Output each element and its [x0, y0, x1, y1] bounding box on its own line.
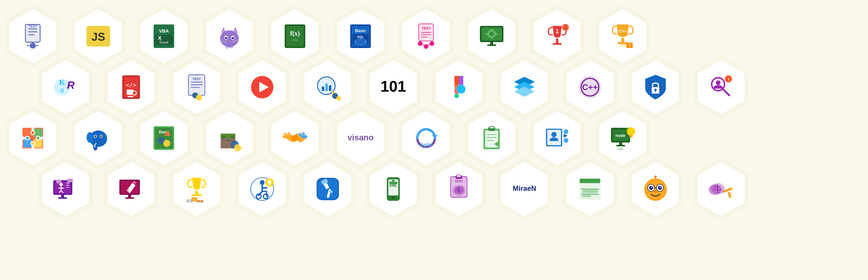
teaching-icon [51, 174, 80, 204]
svg-rect-157 [284, 133, 287, 137]
hex-cell-accessibility[interactable] [232, 159, 293, 220]
svg-point-24 [232, 37, 234, 39]
user-board-icon [542, 123, 572, 153]
svg-text:Excel: Excel [160, 40, 168, 45]
svg-point-184 [627, 128, 635, 136]
svg-text:MiraeN: MiraeN [513, 185, 536, 192]
svg-point-272 [654, 175, 657, 178]
hex-cell-archive-green[interactable] [559, 159, 620, 220]
svg-rect-257 [581, 188, 599, 190]
svg-rect-274 [727, 192, 732, 198]
svg-text:TEST: TEST [193, 77, 201, 81]
svg-point-100 [336, 96, 341, 101]
svg-point-131 [31, 142, 34, 145]
svg-marker-177 [564, 134, 567, 138]
svg-text:C++: C++ [582, 83, 598, 92]
hex-cell-xml-phone[interactable]: XML [363, 159, 424, 220]
play-red-icon [248, 73, 277, 102]
svg-rect-98 [329, 85, 331, 91]
svg-point-130 [31, 131, 34, 134]
svg-marker-164 [432, 135, 438, 138]
svg-rect-260 [582, 195, 591, 197]
svg-point-106 [457, 85, 465, 94]
svg-point-176 [551, 132, 557, 137]
svg-text:K: K [59, 78, 65, 86]
svg-rect-123 [34, 129, 42, 137]
svg-rect-230 [269, 185, 271, 186]
svg-rect-103 [455, 76, 459, 85]
test-pink-icon: TEST [411, 22, 441, 51]
svg-point-269 [654, 190, 657, 192]
hex-cell-trophy-gold[interactable]: 1 2 3 [166, 159, 227, 220]
svg-rect-186 [629, 137, 632, 138]
svg-point-23 [225, 37, 227, 39]
svg-point-139 [100, 135, 102, 137]
agile-icon: Agile [411, 123, 441, 153]
hex-cell-test-brain[interactable]: TEST [428, 159, 489, 220]
svg-point-67 [565, 27, 566, 28]
svg-text:QUIZ: QUIZ [225, 45, 233, 49]
python-test-icon: TEST [182, 73, 211, 102]
hex-cell-miraen[interactable]: MiraeN [494, 159, 555, 220]
svg-rect-185 [629, 135, 633, 137]
java-book-icon: </> [116, 73, 146, 102]
svg-text:2: 2 [188, 199, 190, 202]
cpp-trophy-icon: C++ 2nd 2 [608, 22, 638, 51]
svg-rect-203 [56, 179, 61, 183]
svg-point-178 [564, 129, 568, 134]
svg-rect-124 [23, 139, 31, 147]
svg-point-91 [197, 96, 200, 99]
svg-text:VBA: VBA [159, 28, 169, 33]
hex-cell-teaching[interactable] [35, 159, 96, 220]
brain-robot-icon [706, 174, 736, 204]
hex-cell-robot-face[interactable] [625, 159, 686, 220]
basic-python-icon: Basic [149, 123, 179, 153]
svg-rect-81 [127, 89, 133, 94]
xml-phone-icon: XML [379, 174, 408, 204]
svg-rect-256 [580, 179, 600, 183]
figma-icon [444, 73, 473, 102]
xcode-icon [313, 174, 342, 204]
svg-rect-152 [231, 136, 234, 139]
hex-cell-xcode[interactable] [297, 159, 358, 220]
sql-basic-icon: Basic SQL [346, 22, 375, 51]
svg-point-55 [489, 31, 494, 36]
svg-point-90 [194, 94, 197, 97]
svg-text:TEST: TEST [28, 24, 37, 28]
svg-rect-58 [486, 33, 488, 35]
svg-rect-259 [582, 190, 598, 193]
svg-point-195 [59, 183, 63, 187]
elephant-icon [84, 123, 113, 153]
archive-green-icon [575, 174, 604, 204]
lock-blue-icon [641, 73, 670, 102]
clipboard-green-icon [477, 123, 506, 153]
svg-text:visano: visano [347, 133, 373, 142]
svg-rect-96 [322, 86, 324, 91]
accessibility-icon [248, 174, 277, 204]
hex-cell-search-user[interactable]: 1 [690, 57, 752, 118]
svg-text:3: 3 [199, 199, 201, 202]
svg-text:node: node [618, 147, 623, 150]
svg-rect-97 [326, 84, 328, 91]
svg-rect-258 [581, 194, 599, 195]
svg-text:101: 101 [381, 78, 406, 95]
hex-cell-design-monitor[interactable] [101, 159, 162, 220]
search-user-icon: 1 [706, 73, 736, 102]
svg-point-145 [159, 139, 163, 142]
hex-cell-brain-robot[interactable] [690, 159, 752, 220]
test-brain-icon: TEST [444, 174, 473, 204]
honeycomb-grid: TEST JS [0, 0, 868, 225]
svg-text:</>: </> [126, 82, 136, 88]
robot-face-icon [641, 174, 670, 204]
svg-text:SQL: SQL [357, 35, 364, 39]
svg-point-146 [165, 142, 168, 145]
svg-rect-63 [553, 43, 562, 45]
svg-rect-61 [487, 45, 496, 46]
svg-rect-56 [491, 29, 493, 31]
svg-text:Agile: Agile [421, 142, 432, 147]
svg-point-155 [234, 144, 241, 151]
svg-line-51 [428, 44, 430, 46]
design-monitor-icon [116, 174, 146, 204]
svg-text:1: 1 [193, 198, 195, 201]
svg-text:node: node [616, 133, 625, 138]
